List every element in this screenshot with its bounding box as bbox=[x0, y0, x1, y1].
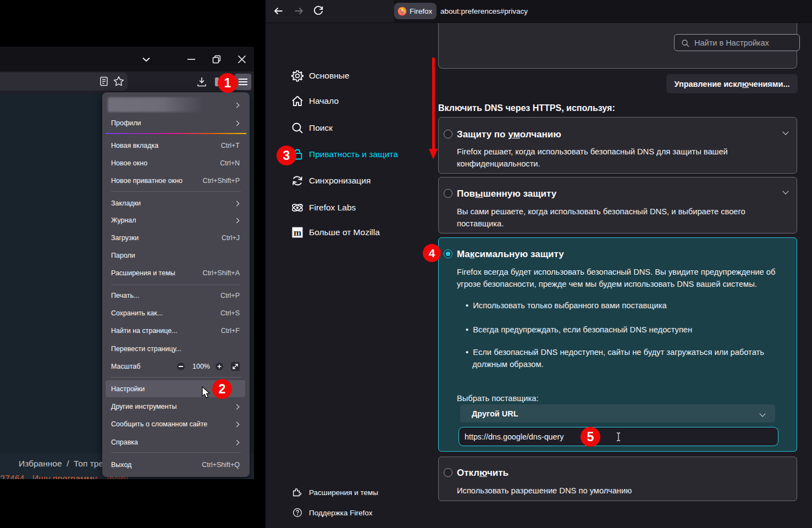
svg-text:m: m bbox=[294, 227, 301, 238]
